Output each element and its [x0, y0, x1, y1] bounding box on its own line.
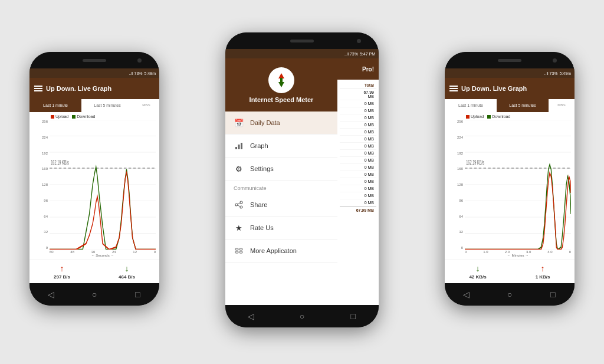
- center-back-btn[interactable]: ◁: [244, 309, 258, 323]
- left-recent-btn[interactable]: □: [130, 287, 145, 301]
- left-app-title: Up Down. Live Graph: [46, 85, 155, 92]
- left-app-bar: Up Down. Live Graph: [29, 78, 159, 99]
- right-hamburger[interactable]: [449, 86, 458, 91]
- svg-point-23: [240, 206, 242, 208]
- daily-row-4: 0 MB: [340, 114, 376, 122]
- left-download-arrow: ↓: [125, 264, 129, 273]
- daily-icon: 📅: [234, 117, 244, 128]
- daily-row-9: 0 MB: [340, 150, 376, 157]
- left-legend-download: Download: [72, 114, 95, 119]
- svg-rect-19: [238, 145, 240, 149]
- rate-icon: ★: [234, 222, 244, 233]
- right-upload-speed: ↓ 42 KB/s: [469, 264, 486, 280]
- svg-point-22: [235, 204, 238, 206]
- daily-table-header: Total: [340, 82, 376, 89]
- daily-row-3: 0 MB: [340, 107, 376, 114]
- right-graph-container: 256 224 192 160 128 96 64 32 0: [448, 120, 571, 250]
- right-app-bar: Pro!: [337, 58, 379, 80]
- drawer-item-rate[interactable]: ★ Rate Us: [225, 217, 337, 240]
- svg-text:162.19 KB/s: 162.19 KB/s: [51, 159, 69, 166]
- left-graph-container: 256 224 192 160 128 96 64 32 0: [33, 120, 156, 250]
- svg-rect-20: [241, 143, 242, 149]
- left-upload-speed: ↑ 297 B/s: [54, 264, 70, 280]
- right-x-label: ← Minutes →: [465, 254, 571, 257]
- left-signal: ..ll 73%: [129, 71, 143, 76]
- right-upload-value: 42 KB/s: [469, 274, 486, 280]
- left-hamburger[interactable]: [34, 86, 42, 91]
- share-icon: [234, 199, 244, 210]
- more-icon: [234, 245, 244, 256]
- svg-line-25: [238, 205, 240, 206]
- settings-icon: ⚙: [234, 163, 244, 174]
- left-upload-value: 297 B/s: [54, 274, 70, 280]
- right-tab-5min[interactable]: Last 5 minutes: [497, 99, 549, 112]
- left-speed-row: ↑ 297 B/s ↓ 464 B/s: [29, 260, 159, 283]
- center-phone-nav: ◁ ○ □: [225, 305, 379, 327]
- right-home-btn[interactable]: ○: [503, 287, 517, 301]
- right-graph-legend: Upload Download: [466, 114, 571, 119]
- daily-data-content: Total 67.99 MB 0 MB 0 MB: [337, 80, 379, 305]
- drawer-right: Pro! Total 67.99 MB 0 MB: [337, 58, 379, 305]
- center-recent-btn[interactable]: □: [346, 309, 360, 323]
- svg-rect-26: [235, 248, 238, 250]
- drawer-item-share[interactable]: Share: [225, 194, 337, 217]
- right-time: 5:49m: [560, 71, 571, 76]
- left-tabs: Last 1 minute Last 5 minutes MB/s: [29, 99, 159, 112]
- left-home-btn[interactable]: ○: [87, 287, 101, 301]
- left-time: 5:48m: [145, 71, 156, 76]
- left-tab-1min[interactable]: Last 1 minute: [29, 99, 81, 112]
- right-recent-btn[interactable]: □: [546, 287, 560, 301]
- right-graph-area: Upload Download 256 224 192 160 128 96 6…: [445, 112, 575, 260]
- left-legend-upload: Upload: [51, 114, 68, 119]
- left-graph-svg-wrapper: 162.19 KB/s: [50, 120, 156, 250]
- right-legend-download: Download: [487, 114, 510, 119]
- daily-row-10: 0 MB: [340, 157, 376, 164]
- scene: ..ll 73% 5:48m Up Down. Live Graph Last …: [0, 0, 604, 364]
- drawer: Internet Speed Meter 📅 Daily Data: [225, 58, 337, 305]
- daily-row-11: 0 MB: [340, 164, 376, 171]
- right-status-text: ..ll 73% 5:49m: [544, 71, 571, 76]
- daily-row-7: 0 MB: [340, 136, 376, 143]
- drawer-item-settings[interactable]: ⚙ Settings: [225, 158, 337, 181]
- right-camera: [553, 58, 557, 63]
- left-phone-top: [29, 52, 159, 68]
- right-y-axis: 256 224 192 160 128 96 64 32 0: [448, 120, 465, 250]
- right-signal: ..ll 73%: [544, 71, 558, 76]
- right-tab-1min[interactable]: Last 1 minute: [445, 99, 497, 112]
- svg-rect-31: [487, 115, 491, 119]
- svg-rect-18: [235, 147, 237, 149]
- logo-svg: [272, 71, 291, 90]
- svg-rect-29: [239, 251, 242, 253]
- graph-icon: [234, 140, 244, 151]
- right-speed-row: ↓ 42 KB/s ↑ 1 KB/s: [445, 260, 575, 283]
- communicate-label: Communicate: [225, 181, 337, 194]
- right-graph-svg: 162.19 KB/s: [465, 120, 571, 250]
- drawer-item-daily[interactable]: 📅 Daily Data: [225, 112, 337, 135]
- left-back-btn[interactable]: ◁: [44, 287, 58, 301]
- left-y-axis: 256 224 192 160 128 96 64 32 0: [33, 120, 50, 250]
- center-status-text: ..ll 73% 5:47 PM: [344, 52, 375, 56]
- daily-row-14: 0 MB: [340, 185, 376, 192]
- left-tab-mbps: MB/s: [133, 99, 159, 112]
- right-phone: ..ll 73% 5:49m Up Down. Live Graph Last …: [445, 52, 575, 306]
- right-back-btn[interactable]: ◁: [459, 287, 474, 301]
- svg-line-24: [238, 203, 240, 204]
- daily-row-2: 0 MB: [340, 100, 376, 107]
- center-content: Internet Speed Meter 📅 Daily Data: [225, 58, 379, 305]
- daily-row-13: 0 MB: [340, 178, 376, 185]
- center-signal: ..ll 73%: [344, 52, 358, 56]
- daily-row-6: 0 MB: [340, 129, 376, 136]
- right-app-title: Up Down. Live Graph: [461, 85, 570, 92]
- left-x-label: ← Seconds →: [50, 254, 156, 257]
- right-upload-arrow: ↓: [476, 264, 480, 273]
- left-graph-legend: Upload Download: [51, 114, 156, 119]
- left-tab-5min[interactable]: Last 5 minutes: [81, 99, 133, 112]
- daily-row-1: 67.99 MB: [340, 89, 376, 100]
- speaker: [83, 59, 106, 62]
- center-home-btn[interactable]: ○: [295, 309, 309, 323]
- drawer-logo: [268, 67, 294, 93]
- left-phone-nav: ◁ ○ □: [29, 283, 159, 306]
- left-phone: ..ll 73% 5:48m Up Down. Live Graph Last …: [29, 52, 159, 306]
- drawer-item-graph[interactable]: Graph: [225, 135, 337, 158]
- drawer-item-more[interactable]: More Applicaton: [225, 240, 337, 263]
